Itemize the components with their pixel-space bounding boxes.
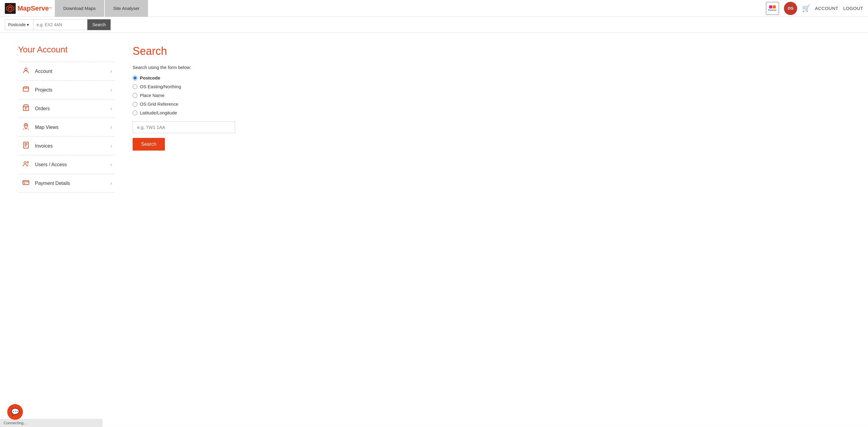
svg-rect-8 xyxy=(24,142,28,148)
sidebar-arrow-users-access: › xyxy=(110,161,112,168)
sidebar-item-orders[interactable]: Orders › xyxy=(18,99,115,118)
invoices-icon xyxy=(21,141,31,150)
sidebar-label-projects: Projects xyxy=(31,87,110,93)
postcode-dropdown-label: Postcode xyxy=(8,22,26,27)
sidebar-item-invoices[interactable]: Invoices › xyxy=(18,137,115,155)
sidebar-arrow-orders: › xyxy=(110,105,112,112)
radio-os-grid-reference-label: OS Grid Reference xyxy=(140,101,179,107)
sidebar-arrow-payment-details: › xyxy=(110,180,112,187)
sidebar: Your Account Account › Projects xyxy=(18,45,115,415)
sidebar-item-payment-details[interactable]: Payment Details › xyxy=(18,174,115,193)
svg-rect-11 xyxy=(23,181,29,185)
sidebar-arrow-account: › xyxy=(110,68,112,74)
logo-tm: ™ xyxy=(49,7,52,10)
connecting-bar: Connecting... xyxy=(0,419,102,427)
svg-point-10 xyxy=(27,162,29,163)
account-icon xyxy=(21,67,31,75)
radio-postcode-input[interactable] xyxy=(133,75,137,80)
sidebar-arrow-projects: › xyxy=(110,87,112,93)
radio-latitude-longitude[interactable]: Latitude/Longitude xyxy=(133,110,850,115)
radio-postcode[interactable]: Postcode xyxy=(133,75,850,80)
dropdown-arrow-icon: ▾ xyxy=(27,22,29,27)
payment-details-icon xyxy=(21,179,31,188)
logo-text: MapServe xyxy=(18,4,49,12)
site-analyser-button[interactable]: Site Analyser xyxy=(105,0,148,17)
search-radio-group: Postcode OS Easting/Northing Place Name … xyxy=(133,75,850,115)
account-link[interactable]: ACCOUNT xyxy=(815,6,838,11)
header-right: Partner OS 🛒 ACCOUNT LOGOUT xyxy=(766,2,863,15)
radio-os-grid-reference-input[interactable] xyxy=(133,102,137,107)
main-content: Your Account Account › Projects xyxy=(0,33,868,427)
sidebar-arrow-invoices: › xyxy=(110,143,112,149)
search-description: Search using the form below: xyxy=(133,65,850,70)
radio-place-name[interactable]: Place Name xyxy=(133,93,850,98)
sidebar-item-projects[interactable]: Projects › xyxy=(18,81,115,99)
top-search-bar: Postcode ▾ Search xyxy=(0,17,868,33)
orders-icon xyxy=(21,104,31,113)
chat-icon: 💬 xyxy=(11,408,19,416)
projects-icon xyxy=(21,86,31,94)
svg-point-4 xyxy=(25,68,27,70)
radio-os-grid-reference[interactable]: OS Grid Reference xyxy=(133,101,850,107)
sidebar-label-users-access: Users / Access xyxy=(31,162,110,167)
os-partner-badge: Partner xyxy=(766,2,779,15)
sidebar-label-map-views: Map Views xyxy=(31,125,110,130)
sidebar-item-account[interactable]: Account › xyxy=(18,62,115,81)
radio-place-name-label: Place Name xyxy=(140,93,164,98)
svg-rect-6 xyxy=(23,107,29,110)
chat-widget[interactable]: 💬 xyxy=(7,404,23,420)
search-text-input[interactable] xyxy=(133,121,235,133)
logo: MapServe™ xyxy=(5,3,52,14)
users-access-icon xyxy=(21,160,31,169)
radio-os-easting-northing[interactable]: OS Easting/Northing xyxy=(133,84,850,89)
radio-latitude-longitude-input[interactable] xyxy=(133,110,137,115)
logout-link[interactable]: LOGOUT xyxy=(843,6,863,11)
logo-icon xyxy=(5,3,16,14)
svg-point-9 xyxy=(24,162,26,164)
map-views-icon xyxy=(21,123,31,132)
os-logo-badge: OS xyxy=(784,2,797,15)
sidebar-label-orders: Orders xyxy=(31,106,110,111)
svg-rect-12 xyxy=(24,183,25,184)
top-search-input[interactable] xyxy=(33,19,87,30)
radio-latitude-longitude-label: Latitude/Longitude xyxy=(140,110,177,115)
radio-place-name-input[interactable] xyxy=(133,93,137,98)
cart-icon[interactable]: 🛒 xyxy=(802,4,810,12)
svg-rect-5 xyxy=(23,87,29,91)
radio-os-easting-northing-input[interactable] xyxy=(133,84,137,89)
sidebar-title: Your Account xyxy=(18,45,115,55)
radio-postcode-label: Postcode xyxy=(140,75,160,80)
header: MapServe™ Download Maps Site Analyser Pa… xyxy=(0,0,868,17)
sidebar-label-payment-details: Payment Details xyxy=(31,181,110,186)
sidebar-label-invoices: Invoices xyxy=(31,143,110,149)
search-submit-button[interactable]: Search xyxy=(133,138,165,151)
content-area: Search Search using the form below: Post… xyxy=(133,45,850,415)
page-title: Search xyxy=(133,45,850,58)
svg-point-7 xyxy=(25,125,27,126)
sidebar-label-account: Account xyxy=(31,69,110,74)
top-search-button[interactable]: Search xyxy=(87,19,110,30)
postcode-dropdown[interactable]: Postcode ▾ xyxy=(5,19,33,30)
sidebar-arrow-map-views: › xyxy=(110,124,112,130)
download-maps-button[interactable]: Download Maps xyxy=(55,0,104,17)
connecting-status: Connecting... xyxy=(4,421,27,425)
radio-os-easting-northing-label: OS Easting/Northing xyxy=(140,84,181,89)
sidebar-item-map-views[interactable]: Map Views › xyxy=(18,118,115,137)
sidebar-item-users-access[interactable]: Users / Access › xyxy=(18,155,115,174)
